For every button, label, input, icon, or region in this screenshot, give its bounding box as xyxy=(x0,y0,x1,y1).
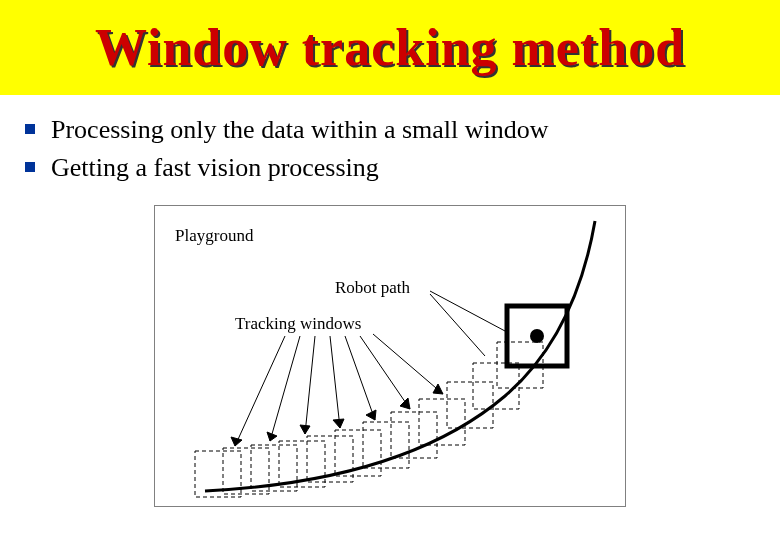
bullet-icon xyxy=(25,124,35,134)
arrows-group xyxy=(231,334,443,446)
svg-marker-23 xyxy=(400,398,410,409)
leader-line xyxy=(430,291,505,331)
list-item: Getting a fast vision processing xyxy=(25,151,780,185)
leader-line xyxy=(430,294,485,356)
robot-dot xyxy=(530,329,544,343)
svg-line-16 xyxy=(305,336,315,434)
svg-marker-13 xyxy=(231,437,242,446)
svg-line-20 xyxy=(345,336,375,420)
slide-title: Window tracking method xyxy=(95,18,685,77)
svg-line-18 xyxy=(330,336,340,428)
bullet-icon xyxy=(25,162,35,172)
title-bar: Window tracking method xyxy=(0,0,780,95)
diagram-svg xyxy=(155,206,625,506)
bullet-list: Processing only the data within a small … xyxy=(25,113,780,185)
svg-marker-19 xyxy=(333,419,344,428)
svg-line-24 xyxy=(373,334,443,394)
svg-marker-17 xyxy=(300,425,310,434)
list-item: Processing only the data within a small … xyxy=(25,113,780,147)
bullet-text: Getting a fast vision processing xyxy=(51,151,379,185)
svg-line-14 xyxy=(270,336,300,441)
diagram: Playground Robot path Tracking windows xyxy=(154,205,626,507)
bullet-text: Processing only the data within a small … xyxy=(51,113,549,147)
svg-marker-25 xyxy=(433,384,443,394)
svg-marker-21 xyxy=(366,410,376,420)
robot-path-curve xyxy=(205,221,595,491)
svg-line-12 xyxy=(235,336,285,446)
